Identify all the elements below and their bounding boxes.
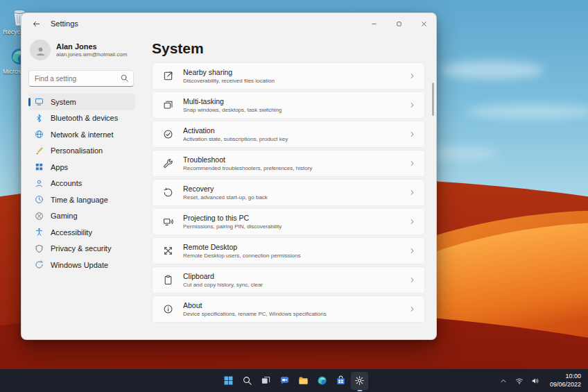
network-button[interactable]	[514, 373, 525, 389]
remote-desktop-icon	[162, 246, 173, 257]
taskbar-button-search[interactable]	[239, 372, 256, 390]
settings-card-activation[interactable]: Activation Activation state, subscriptio…	[152, 121, 425, 148]
card-subtitle: Device specifications, rename PC, Window…	[183, 311, 327, 317]
user-profile[interactable]: Alan Jones alan.jones.wm@hotmail.com	[28, 38, 135, 62]
back-icon	[32, 19, 41, 28]
sidebar-item-time-language[interactable]: Time & language	[28, 191, 135, 208]
card-text: Nearby sharing Discoverability, received…	[183, 68, 275, 84]
sidebar-item-accessibility[interactable]: Accessibility	[28, 224, 135, 241]
sidebar-item-accounts[interactable]: Accounts	[28, 176, 135, 192]
card-text: Multi-tasking Snap windows, desktops, ta…	[183, 97, 282, 113]
settings-card-projecting[interactable]: Projecting to this PC Permissions, pairi…	[152, 208, 425, 235]
cloud	[466, 104, 588, 119]
card-text: Clipboard Cut and copy history, sync, cl…	[183, 272, 263, 288]
sidebar-item-label: Network & internet	[51, 130, 113, 139]
window-body: Alan Jones alan.jones.wm@hotmail.com Sys…	[21, 34, 436, 339]
system-icon	[34, 97, 44, 107]
taskbar-button-start[interactable]	[220, 372, 237, 390]
card-text: About Device specifications, rename PC, …	[183, 301, 327, 317]
card-subtitle: Remote Desktop users, connection permiss…	[183, 253, 300, 259]
card-title: About	[183, 301, 327, 309]
taskbar-button-edge[interactable]	[313, 372, 331, 390]
sidebar: Alan Jones alan.jones.wm@hotmail.com Sys…	[21, 34, 141, 339]
clock[interactable]: 10:00 09/06/2022	[547, 371, 584, 390]
card-title: Projecting to this PC	[183, 214, 282, 222]
cloud	[440, 61, 544, 79]
volume-button[interactable]	[530, 373, 541, 389]
user-text: Alan Jones alan.jones.wm@hotmail.com	[56, 42, 127, 58]
taskbar-button-settings-gear[interactable]	[351, 372, 368, 390]
clipboard-icon	[162, 275, 173, 286]
file-explorer-icon	[298, 375, 309, 386]
close-button[interactable]	[411, 13, 436, 34]
taskbar-button-chat[interactable]	[276, 372, 293, 390]
tray-chevron-button[interactable]	[498, 373, 509, 389]
taskbar-button-store[interactable]	[332, 372, 349, 390]
sidebar-item-label: Apps	[51, 163, 68, 171]
chevron-right-icon	[408, 218, 416, 225]
sidebar-item-network-internet[interactable]: Network & internet	[28, 126, 135, 143]
minimize-icon	[370, 20, 378, 28]
accounts-icon	[34, 178, 44, 188]
chat-icon	[279, 375, 290, 386]
sidebar-item-personalisation[interactable]: Personalisation	[28, 143, 135, 160]
window-title: Settings	[51, 19, 78, 28]
clock-time: 10:00	[565, 373, 581, 380]
minimize-button[interactable]	[361, 13, 386, 34]
settings-card-troubleshoot[interactable]: Troubleshoot Recommended troubleshooters…	[152, 150, 425, 177]
sidebar-item-label: Privacy & security	[51, 244, 111, 253]
sidebar-item-label: Windows Update	[51, 261, 108, 269]
gaming-icon	[34, 211, 44, 221]
sidebar-item-bluetooth-devices[interactable]: Bluetooth & devices	[28, 110, 135, 127]
card-text: Activation Activation state, subscriptio…	[183, 126, 288, 142]
card-title: Recovery	[183, 185, 268, 193]
search-input[interactable]	[28, 70, 134, 87]
page-title: System	[152, 40, 425, 57]
card-title: Activation	[183, 126, 288, 135]
apps-icon	[34, 162, 44, 172]
sidebar-item-label: Accounts	[51, 179, 82, 187]
main-content: System Nearby sharing Discoverability, r…	[141, 34, 436, 339]
sidebar-item-apps[interactable]: Apps	[28, 159, 135, 176]
person-icon	[35, 44, 46, 57]
sidebar-item-system[interactable]: System	[28, 94, 135, 110]
settings-card-clipboard[interactable]: Clipboard Cut and copy history, sync, cl…	[152, 266, 425, 293]
search-box	[28, 70, 134, 87]
taskbar-center	[220, 369, 368, 392]
about-icon	[162, 304, 173, 315]
maximize-icon	[395, 20, 403, 28]
settings-card-about[interactable]: About Device specifications, rename PC, …	[152, 296, 425, 323]
card-title: Nearby sharing	[183, 68, 275, 76]
titlebar[interactable]: Settings	[21, 13, 436, 34]
sidebar-item-privacy-security[interactable]: Privacy & security	[28, 241, 135, 257]
settings-card-recovery[interactable]: Recovery Reset, advanced start-up, go ba…	[152, 179, 425, 206]
privacy-icon	[34, 244, 44, 253]
chevron-up-icon	[499, 377, 508, 385]
task-view-icon	[261, 375, 271, 386]
chevron-right-icon	[408, 130, 416, 138]
card-title: Multi-tasking	[183, 97, 282, 105]
chevron-right-icon	[408, 276, 416, 284]
scrollbar-thumb[interactable]	[432, 83, 434, 116]
projecting-icon	[162, 216, 173, 228]
settings-card-multitasking[interactable]: Multi-tasking Snap windows, desktops, ta…	[152, 92, 425, 119]
taskbar-button-task-view[interactable]	[257, 372, 275, 390]
user-email: alan.jones.wm@hotmail.com	[56, 51, 127, 58]
settings-cards: Nearby sharing Discoverability, received…	[152, 62, 425, 323]
chevron-right-icon	[408, 247, 416, 255]
chevron-right-icon	[408, 72, 416, 80]
bluetooth-icon	[34, 113, 44, 123]
card-title: Troubleshoot	[183, 155, 312, 164]
back-button[interactable]	[27, 15, 45, 32]
settings-card-nearby-sharing[interactable]: Nearby sharing Discoverability, received…	[152, 62, 425, 90]
sidebar-item-label: Bluetooth & devices	[51, 114, 118, 122]
card-text: Projecting to this PC Permissions, pairi…	[183, 214, 282, 230]
settings-card-remote-desktop[interactable]: Remote Desktop Remote Desktop users, con…	[152, 237, 425, 264]
close-icon	[420, 20, 428, 28]
store-icon	[336, 375, 346, 386]
taskbar-button-file-explorer[interactable]	[295, 372, 312, 390]
sidebar-item-windows-update[interactable]: Windows Update	[28, 257, 135, 273]
maximize-button[interactable]	[386, 13, 411, 34]
time-language-icon	[34, 195, 44, 205]
sidebar-item-gaming[interactable]: Gaming	[28, 208, 135, 225]
